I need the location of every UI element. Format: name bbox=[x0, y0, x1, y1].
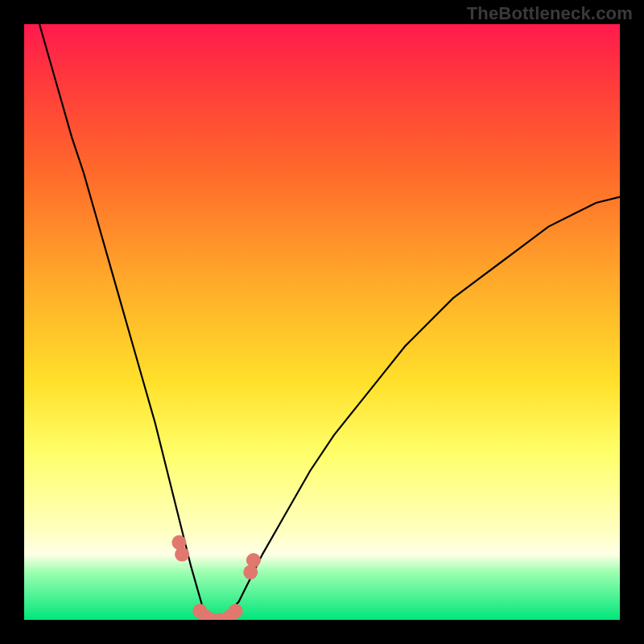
curve-marker bbox=[246, 553, 261, 568]
plot-area bbox=[24, 24, 620, 620]
curve-marker bbox=[229, 604, 243, 618]
watermark-text: TheBottleneck.com bbox=[467, 3, 633, 24]
chart-frame: TheBottleneck.com bbox=[0, 0, 644, 644]
curve-marker bbox=[175, 547, 189, 562]
curve-layer bbox=[24, 24, 620, 620]
curve-markers bbox=[171, 535, 261, 620]
bottleneck-curve bbox=[24, 24, 620, 620]
